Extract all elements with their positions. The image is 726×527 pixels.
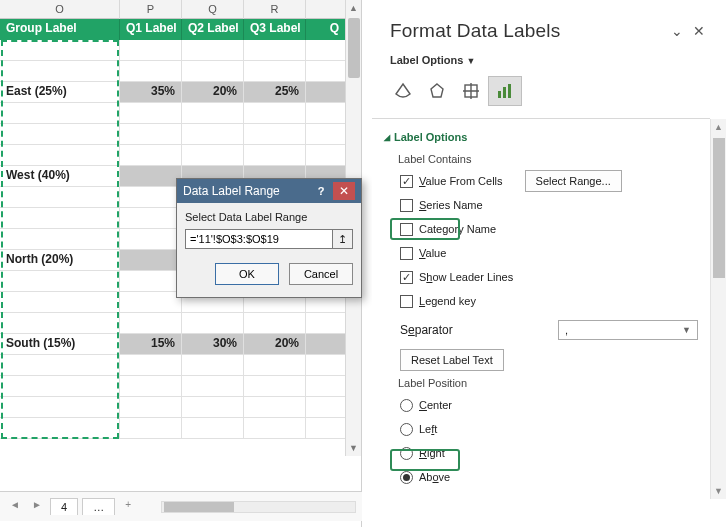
label-contains-heading: Label Contains <box>398 153 726 165</box>
value-label: Value <box>419 247 446 259</box>
collapse-triangle-icon: ◢ <box>384 133 390 142</box>
separator-dropdown[interactable]: ,▼ <box>558 320 698 340</box>
col-next[interactable] <box>306 0 346 19</box>
dialog-close-button[interactable]: ✕ <box>333 182 355 200</box>
prev-sheet-button[interactable]: ◄ <box>6 498 24 516</box>
dialog-titlebar[interactable]: Data Label Range ? ✕ <box>177 179 361 203</box>
position-above-label: Above <box>419 471 450 483</box>
column-letter-row: O P Q R <box>0 0 361 19</box>
scroll-down-icon[interactable]: ▼ <box>346 440 361 456</box>
pane-subtitle[interactable]: Label Options ▼ <box>372 54 726 66</box>
position-above-radio[interactable] <box>400 471 413 484</box>
position-center-radio[interactable] <box>400 399 413 412</box>
fill-line-icon[interactable] <box>386 76 420 106</box>
dialog-help-button[interactable]: ? <box>313 185 329 197</box>
cell-east-q3[interactable]: 25% <box>244 82 306 103</box>
format-data-labels-pane: Format Data Labels ⌄ ✕ Label Options ▼ ◢… <box>372 0 726 527</box>
cell-north-label[interactable]: North (20%) <box>0 250 120 271</box>
position-center-label: Center <box>419 399 452 411</box>
ok-button[interactable]: OK <box>215 263 279 285</box>
position-left-radio[interactable] <box>400 423 413 436</box>
header-q3[interactable]: Q3 Label <box>244 19 306 40</box>
cell-east-q2[interactable]: 20% <box>182 82 244 103</box>
collapse-dialog-icon[interactable]: ↥ <box>333 229 353 249</box>
value-from-cells-label: Value From Cells <box>419 175 503 187</box>
col-Q[interactable]: Q <box>182 0 244 19</box>
row-south[interactable]: South (15%) 15% 30% 20% <box>0 334 361 355</box>
range-input[interactable] <box>185 229 333 249</box>
position-left-label: Left <box>419 423 437 435</box>
cell-south-label[interactable]: South (15%) <box>0 334 120 355</box>
pane-scroll-up-icon[interactable]: ▲ <box>711 119 726 135</box>
pane-title: Format Data Labels <box>390 20 666 42</box>
series-name-checkbox[interactable] <box>400 199 413 212</box>
label-options-icon[interactable] <box>488 76 522 106</box>
svg-rect-4 <box>508 84 511 98</box>
add-sheet-button[interactable]: + <box>119 498 137 516</box>
dialog-title: Data Label Range <box>183 184 313 198</box>
sheet-tab-bar: ◄ ► 4 … + <box>0 491 362 521</box>
position-right-label: Right <box>419 447 445 459</box>
value-checkbox[interactable] <box>400 247 413 260</box>
next-sheet-button[interactable]: ► <box>28 498 46 516</box>
pane-scroll-thumb[interactable] <box>713 138 725 278</box>
dialog-prompt: Select Data Label Range <box>185 211 353 223</box>
leader-lines-checkbox[interactable] <box>400 271 413 284</box>
header-row: Group Label Q1 Label Q2 Label Q3 Label Q <box>0 19 361 40</box>
category-name-checkbox[interactable] <box>400 223 413 236</box>
legend-key-label: Legend key <box>419 295 476 307</box>
col-O[interactable]: O <box>0 0 120 19</box>
scroll-thumb[interactable] <box>348 18 360 78</box>
visible-row-indicator[interactable]: 4 <box>50 498 78 515</box>
pane-close-button[interactable]: ✕ <box>688 23 710 39</box>
header-q2[interactable]: Q2 Label <box>182 19 244 40</box>
svg-rect-2 <box>498 91 501 98</box>
col-R[interactable]: R <box>244 0 306 19</box>
cell-west-label[interactable]: West (40%) <box>0 166 120 187</box>
cell-east-label[interactable]: East (25%) <box>0 82 120 103</box>
scroll-up-icon[interactable]: ▲ <box>346 0 361 16</box>
pane-body: ◢ Label Options Label Contains Value Fro… <box>372 119 726 499</box>
label-options-section[interactable]: ◢ Label Options <box>384 127 726 147</box>
pane-dropdown-icon[interactable]: ⌄ <box>666 23 688 39</box>
data-label-range-dialog: Data Label Range ? ✕ Select Data Label R… <box>176 178 362 298</box>
header-q4-partial[interactable]: Q <box>306 19 346 40</box>
size-properties-icon[interactable] <box>454 76 488 106</box>
legend-key-checkbox[interactable] <box>400 295 413 308</box>
cell-south-q3[interactable]: 20% <box>244 334 306 355</box>
position-right-radio[interactable] <box>400 447 413 460</box>
cell-south-q1[interactable]: 15% <box>120 334 182 355</box>
series-name-label: Series Name <box>419 199 483 211</box>
select-range-button[interactable]: Select Range... <box>525 170 622 192</box>
svg-marker-0 <box>431 84 443 97</box>
leader-lines-label: Show Leader Lines <box>419 271 513 283</box>
horizontal-scrollbar[interactable] <box>161 501 356 513</box>
value-from-cells-checkbox[interactable] <box>400 175 413 188</box>
pane-scrollbar[interactable]: ▲ ▼ <box>710 119 726 499</box>
col-P[interactable]: P <box>120 0 182 19</box>
cell-south-q2[interactable]: 30% <box>182 334 244 355</box>
pane-scroll-down-icon[interactable]: ▼ <box>711 483 726 499</box>
label-position-heading: Label Position <box>398 377 726 389</box>
svg-rect-3 <box>503 87 506 98</box>
active-sheet-tab[interactable]: … <box>82 498 115 515</box>
separator-label: Separator <box>400 323 453 337</box>
hscroll-thumb[interactable] <box>164 502 234 512</box>
header-group[interactable]: Group Label <box>0 19 120 40</box>
cell-east-q1[interactable]: 35% <box>120 82 182 103</box>
category-name-label: Category Name <box>419 223 496 235</box>
row-east[interactable]: East (25%) 35% 20% 25% <box>0 82 361 103</box>
reset-label-text-button[interactable]: Reset Label Text <box>400 349 504 371</box>
header-q1[interactable]: Q1 Label <box>120 19 182 40</box>
cancel-button[interactable]: Cancel <box>289 263 353 285</box>
effects-icon[interactable] <box>420 76 454 106</box>
pane-category-icons <box>372 66 726 118</box>
